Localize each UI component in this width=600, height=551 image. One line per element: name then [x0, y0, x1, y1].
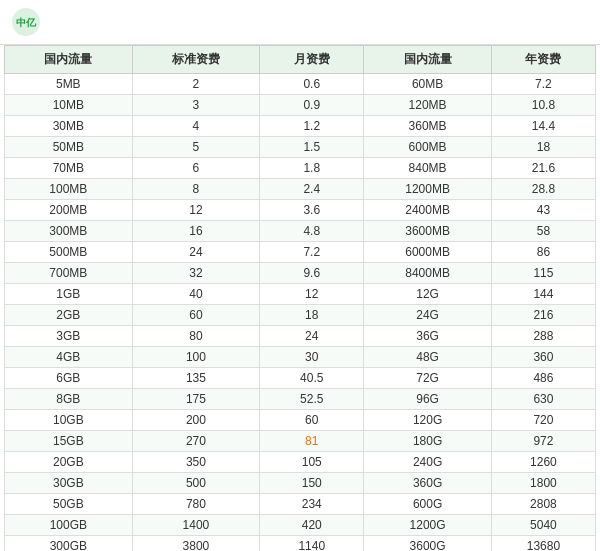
table-cell: 3.6 [260, 200, 364, 221]
table-cell: 1.5 [260, 137, 364, 158]
table-cell: 6 [132, 158, 260, 179]
col-header-1: 国内流量 [5, 46, 133, 74]
table-cell: 200 [132, 410, 260, 431]
table-cell: 30 [260, 347, 364, 368]
table-cell: 50GB [5, 494, 133, 515]
table-row: 2GB601824G216 [5, 305, 596, 326]
table-cell: 18 [491, 137, 595, 158]
table-cell: 24 [260, 326, 364, 347]
table-cell: 360 [491, 347, 595, 368]
table-cell: 8 [132, 179, 260, 200]
table-cell: 4GB [5, 347, 133, 368]
table-cell: 3 [132, 95, 260, 116]
table-cell: 300GB [5, 536, 133, 552]
table-cell: 32 [132, 263, 260, 284]
table-cell: 60MB [364, 74, 492, 95]
table-cell: 10MB [5, 95, 133, 116]
table-row: 30GB500150360G1800 [5, 473, 596, 494]
table-row: 50GB780234600G2808 [5, 494, 596, 515]
table-row: 300GB380011403600G13680 [5, 536, 596, 552]
table-cell: 420 [260, 515, 364, 536]
table-cell: 12 [132, 200, 260, 221]
table-cell: 1.8 [260, 158, 364, 179]
table-cell: 120G [364, 410, 492, 431]
table-cell: 350 [132, 452, 260, 473]
table-row: 20GB350105240G1260 [5, 452, 596, 473]
table-row: 200MB123.62400MB43 [5, 200, 596, 221]
table-cell: 60 [132, 305, 260, 326]
table-cell: 24G [364, 305, 492, 326]
table-cell: 58 [491, 221, 595, 242]
table-cell: 50MB [5, 137, 133, 158]
table-cell: 52.5 [260, 389, 364, 410]
table-cell: 100GB [5, 515, 133, 536]
table-cell: 972 [491, 431, 595, 452]
table-cell: 10.8 [491, 95, 595, 116]
table-row: 1GB401212G144 [5, 284, 596, 305]
logo-icon: 中亿 [10, 6, 42, 38]
table-cell: 840MB [364, 158, 492, 179]
table-cell: 780 [132, 494, 260, 515]
table-row: 8GB17552.596G630 [5, 389, 596, 410]
table-cell: 15GB [5, 431, 133, 452]
table-cell: 1200MB [364, 179, 492, 200]
table-cell: 30MB [5, 116, 133, 137]
table-cell: 135 [132, 368, 260, 389]
table-cell: 240G [364, 452, 492, 473]
table-cell: 2 [132, 74, 260, 95]
table-cell: 48G [364, 347, 492, 368]
table-cell: 600MB [364, 137, 492, 158]
table-cell: 7.2 [491, 74, 595, 95]
table-cell: 6GB [5, 368, 133, 389]
table-cell: 2808 [491, 494, 595, 515]
table-row: 3GB802436G288 [5, 326, 596, 347]
table-cell: 5MB [5, 74, 133, 95]
table-cell: 5 [132, 137, 260, 158]
table-cell: 28.8 [491, 179, 595, 200]
table-cell: 12G [364, 284, 492, 305]
table-cell: 150 [260, 473, 364, 494]
table-cell: 21.6 [491, 158, 595, 179]
table-row: 70MB61.8840MB21.6 [5, 158, 596, 179]
table-cell: 10GB [5, 410, 133, 431]
table-cell: 360G [364, 473, 492, 494]
table-cell: 60 [260, 410, 364, 431]
table-cell: 1.2 [260, 116, 364, 137]
table-cell: 36G [364, 326, 492, 347]
table-cell: 1800 [491, 473, 595, 494]
table-cell: 81 [260, 431, 364, 452]
table-row: 30MB41.2360MB14.4 [5, 116, 596, 137]
table-row: 4GB1003048G360 [5, 347, 596, 368]
table-cell: 486 [491, 368, 595, 389]
table-cell: 120MB [364, 95, 492, 116]
table-cell: 100 [132, 347, 260, 368]
table-row: 50MB51.5600MB18 [5, 137, 596, 158]
table-cell: 630 [491, 389, 595, 410]
table-cell: 6000MB [364, 242, 492, 263]
table-cell: 7.2 [260, 242, 364, 263]
table-cell: 1GB [5, 284, 133, 305]
table-cell: 500 [132, 473, 260, 494]
col-header-4: 国内流量 [364, 46, 492, 74]
table-header-row: 国内流量 标准资费 月资费 国内流量 年资费 [5, 46, 596, 74]
table-cell: 2.4 [260, 179, 364, 200]
table-cell: 80 [132, 326, 260, 347]
table-cell: 216 [491, 305, 595, 326]
col-header-5: 年资费 [491, 46, 595, 74]
table-cell: 16 [132, 221, 260, 242]
table-cell: 5040 [491, 515, 595, 536]
table-cell: 105 [260, 452, 364, 473]
table-cell: 18 [260, 305, 364, 326]
table-cell: 20GB [5, 452, 133, 473]
table-cell: 72G [364, 368, 492, 389]
table-cell: 4.8 [260, 221, 364, 242]
table-cell: 8GB [5, 389, 133, 410]
table-cell: 70MB [5, 158, 133, 179]
table-row: 10GB20060120G720 [5, 410, 596, 431]
table-cell: 288 [491, 326, 595, 347]
table-cell: 4 [132, 116, 260, 137]
table-cell: 175 [132, 389, 260, 410]
table-cell: 14.4 [491, 116, 595, 137]
table-cell: 1200G [364, 515, 492, 536]
table-cell: 24 [132, 242, 260, 263]
